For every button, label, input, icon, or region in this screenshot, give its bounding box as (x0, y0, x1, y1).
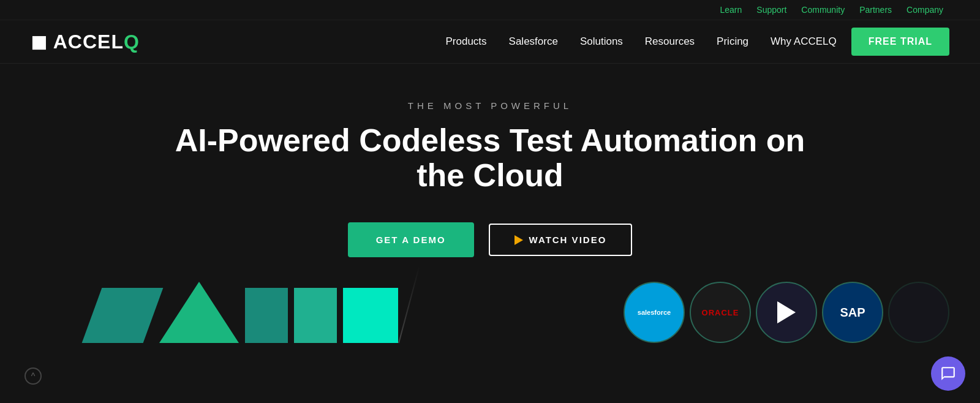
free-trial-button[interactable]: FREE TRIAL (851, 28, 949, 56)
logo: ◼ ACCELQ (31, 30, 140, 53)
hero-subtitle: THE MOST POWERFUL (408, 100, 572, 111)
shape-rect-bright (343, 288, 398, 343)
main-nav: ◼ ACCELQ Products Salesforce Solutions R… (0, 20, 980, 64)
nav-links: Products Salesforce Solutions Resources … (445, 36, 836, 48)
decorative-shapes (92, 282, 398, 343)
shape-triangle (159, 282, 239, 343)
bottom-section: salesforce ORACLE SAP (0, 282, 980, 343)
top-nav-partners[interactable]: Partners (859, 5, 892, 15)
top-nav: Learn Support Community Partners Company (0, 0, 980, 20)
partner-playvs (756, 282, 817, 343)
play-icon (514, 235, 523, 245)
partner-oracle: ORACLE (690, 282, 751, 343)
nav-salesforce[interactable]: Salesforce (509, 36, 558, 47)
top-nav-company[interactable]: Company (907, 5, 943, 15)
nav-products[interactable]: Products (445, 36, 486, 47)
hero-section: THE MOST POWERFUL AI-Powered Codeless Te… (0, 64, 980, 269)
top-nav-community[interactable]: Community (801, 5, 845, 15)
hero-buttons: GET A DEMO WATCH VIDEO (348, 222, 633, 257)
top-nav-support[interactable]: Support (756, 5, 786, 15)
shape-rect-dark (245, 288, 288, 343)
chat-icon (940, 366, 956, 382)
shape-rect-medium (294, 288, 337, 343)
partner-logos: salesforce ORACLE SAP (624, 282, 949, 343)
partner-extra (888, 282, 949, 343)
nav-resources[interactable]: Resources (645, 36, 695, 47)
partner-sap: SAP (822, 282, 883, 343)
top-nav-learn[interactable]: Learn (720, 5, 742, 15)
get-demo-button[interactable]: GET A DEMO (348, 222, 474, 257)
hero-title: AI-Powered Codeless Test Automation on t… (153, 123, 827, 193)
nav-solutions[interactable]: Solutions (580, 36, 623, 47)
nav-why-accelq[interactable]: Why ACCELQ (771, 36, 837, 47)
chat-bubble[interactable] (931, 356, 965, 391)
diagonal-line (398, 266, 420, 344)
partner-salesforce: salesforce (624, 282, 685, 343)
shape-parallelogram (82, 288, 164, 343)
playvs-icon (777, 301, 796, 323)
logo-area[interactable]: ◼ ACCELQ (31, 30, 140, 53)
scroll-up-indicator[interactable]: ^ (24, 367, 42, 385)
nav-pricing[interactable]: Pricing (717, 36, 748, 47)
watch-video-button[interactable]: WATCH VIDEO (489, 224, 633, 256)
